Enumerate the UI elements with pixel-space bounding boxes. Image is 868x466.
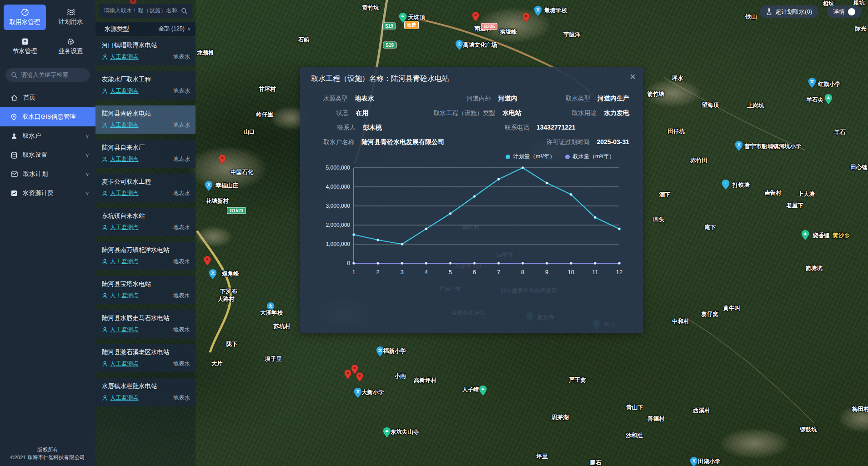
station-list-item[interactable]: 水唇镇水栏肚水电站人工监测点地表水	[95, 378, 196, 406]
home-icon	[11, 95, 18, 101]
over-plan-alert-button[interactable]: 超计划取水(0)	[760, 5, 818, 18]
map-label: 西溪村	[693, 407, 710, 415]
station-list-item[interactable]: 麦卡公司取水工程人工监测点地表水	[95, 174, 196, 202]
sidebar-item-label: 水资源计费	[23, 189, 54, 197]
sidebar-item-5[interactable]: 取水计划∨	[0, 165, 95, 184]
monitor-type-link[interactable]: 人工监测点	[102, 292, 139, 300]
station-list-item[interactable]: 陆河县水唇走马石水电站人工监测点地表水	[95, 310, 196, 338]
station-search-input[interactable]: 请输入取水工程（设施）名称	[99, 4, 192, 18]
person-icon	[102, 293, 108, 299]
module-tile-1[interactable]: 取用水管理	[4, 5, 46, 30]
station-list-item[interactable]: 陆河县宝塔水电站人工监测点地表水	[95, 276, 196, 304]
map-pin-school[interactable]: 文	[209, 269, 217, 281]
field-value: 水电站	[502, 109, 555, 117]
module-tile-2[interactable]: 计划用水	[50, 5, 92, 30]
map-label: 田心缝	[850, 164, 868, 171]
module-tile-3[interactable]: 节水管理	[4, 34, 46, 59]
map-pin-school[interactable]: 文	[735, 141, 743, 153]
svg-text:6: 6	[473, 269, 476, 276]
field-value: 13432771221	[537, 124, 600, 131]
sidebar-menu: 首页取水口GIS信息管理取水户∨取水设置∨取水计划∨水资源计费∨	[0, 88, 95, 203]
map-label: 东坑尖山寺	[391, 428, 419, 436]
map-pin-red[interactable]	[523, 13, 530, 24]
svg-text:3: 3	[401, 269, 404, 276]
monitor-type-link[interactable]: 人工监测点	[102, 258, 139, 266]
monitor-type-link[interactable]: 人工监测点	[102, 53, 139, 61]
map-pin-school[interactable]: 文	[376, 346, 384, 358]
module-tile-4[interactable]: 业务设置	[50, 34, 92, 59]
station-detail-modal: 取水工程（设施）名称：陆河县青砼水电站 × 水源类型地表水河道内外河道内取水类型…	[300, 67, 643, 333]
field-value: 彭木桃	[363, 124, 439, 132]
station-name: 陆河县宝塔水电站	[102, 280, 190, 288]
map-pin-school[interactable]: 文	[690, 457, 698, 466]
sidebar-item-4[interactable]: 取水设置∨	[0, 145, 95, 165]
monitor-type-link[interactable]: 人工监测点	[102, 360, 139, 368]
legend-item[interactable]: 取水量（m³/年）	[565, 153, 615, 160]
station-list-item[interactable]: 陆河县青砼水电站人工监测点地表水	[95, 105, 196, 134]
monitor-type-link[interactable]: 人工监测点	[102, 121, 139, 129]
station-list-item[interactable]: 陆河县南万镇杞洋水电站人工监测点地表水	[95, 242, 196, 270]
map-pin-school[interactable]: 文	[456, 40, 463, 52]
map-label: 高塘文化广场	[463, 41, 497, 49]
source-type-filter[interactable]: 水源类型 全部 (125) ∨	[95, 22, 196, 36]
map-label: 田湖小学	[698, 458, 721, 466]
station-list-item[interactable]: 陆河县自来水厂人工监测点地表水	[95, 140, 196, 168]
station-name: 陆河县青砼水电站	[102, 110, 190, 118]
map-pin-mount[interactable]	[802, 230, 809, 242]
map-label: 凹头	[653, 216, 665, 224]
map-pin-red[interactable]	[356, 372, 363, 384]
monitor-type-link[interactable]: 人工监测点	[102, 326, 139, 334]
map-pin-water[interactable]: ≈	[722, 180, 730, 191]
map-pin-school[interactable]: 文	[205, 181, 213, 193]
sidebar-search-input[interactable]: 请输入关键字检索	[5, 68, 90, 82]
sidebar-item-label: 取水计划	[23, 170, 48, 178]
module-tiles: 取用水管理计划用水节水管理业务设置	[0, 0, 95, 61]
gear-icon	[67, 38, 75, 45]
map-pin-red[interactable]	[219, 155, 226, 166]
monitor-type-link[interactable]: 人工监测点	[102, 155, 139, 163]
sidebar-item-2[interactable]: 取水口GIS信息管理	[0, 107, 95, 126]
map-pin-school[interactable]: 文	[534, 6, 542, 18]
monitor-type-link[interactable]: 人工监测点	[102, 190, 139, 197]
toggle-knob[interactable]	[848, 8, 855, 15]
sidebar-item-1[interactable]: 首页	[0, 88, 95, 107]
detail-toggle[interactable]: 详情	[827, 5, 862, 18]
map-pin-mount[interactable]	[479, 386, 487, 397]
map-label: 黄沙乡	[833, 232, 850, 240]
monitor-type-link[interactable]: 人工监测点	[102, 224, 139, 231]
monitor-type-link[interactable]: 人工监测点	[102, 394, 139, 402]
station-name: 友能水厂取水工程	[102, 75, 190, 84]
doc-icon	[21, 38, 29, 45]
station-name: 陆河县激石溪老区水电站	[102, 348, 190, 356]
map-label: 下罗布	[220, 288, 237, 296]
map-label: 芋陂洋	[563, 31, 581, 39]
water-source-type: 地表水	[173, 53, 191, 61]
sidebar-item-3[interactable]: 取水户∨	[0, 126, 95, 145]
station-name: 水唇镇水栏肚水电站	[102, 382, 190, 391]
sidebar-item-6[interactable]: 水资源计费∨	[0, 184, 95, 203]
map-label: 坪水	[672, 75, 683, 82]
svg-text:2: 2	[376, 269, 379, 276]
close-icon[interactable]: ×	[630, 72, 636, 82]
modal-title: 取水工程（设施）名称：陆河县青砼水电站	[300, 67, 643, 84]
road-badge: S19	[383, 42, 396, 49]
svg-text:文: 文	[810, 79, 814, 84]
map-pin-school[interactable]: 文	[354, 388, 362, 400]
map-pin-red[interactable]	[204, 256, 211, 267]
filter-value: 全部 (125)	[158, 25, 185, 33]
map-pin-red[interactable]	[345, 370, 351, 381]
legend-item[interactable]: 计划量（m³/年）	[506, 153, 555, 160]
map-pin-school[interactable]: 文	[808, 78, 816, 90]
map-label: 大溪学校	[260, 309, 283, 317]
station-list-item[interactable]: 河口镇唱歌潭水电站人工监测点地表水	[95, 37, 196, 65]
map-label: 烧香缝	[813, 232, 830, 240]
map-pin-mount[interactable]	[825, 94, 833, 106]
station-list-item[interactable]: 陆河县激石溪老区水电站人工监测点地表水	[95, 344, 196, 372]
station-list-item[interactable]: 东坑镇自来水站人工监测点地表水	[95, 208, 196, 236]
map-pin-red[interactable]	[472, 12, 479, 23]
station-list-item[interactable]: 友能水厂取水工程人工监测点地表水	[95, 71, 196, 100]
monitor-type-link[interactable]: 人工监测点	[102, 87, 139, 95]
map-label: 锣鼓坑	[800, 426, 817, 434]
map-pin-mount[interactable]	[383, 427, 391, 439]
field-label: 联系电话	[447, 124, 529, 132]
